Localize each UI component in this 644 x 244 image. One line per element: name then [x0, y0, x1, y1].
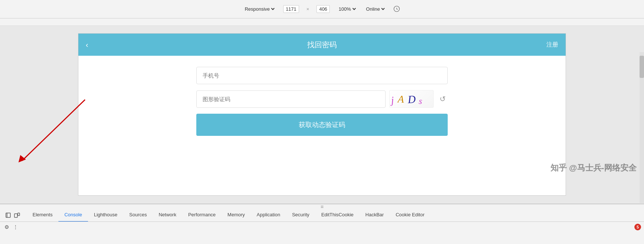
- svg-text:j: j: [390, 94, 394, 106]
- tab-sources[interactable]: Sources: [123, 209, 153, 222]
- captcha-input[interactable]: [196, 90, 386, 108]
- tab-memory[interactable]: Memory: [221, 209, 251, 222]
- phone-input[interactable]: [196, 67, 448, 84]
- tab-network[interactable]: Network: [153, 209, 182, 222]
- svg-line-2: [397, 9, 397, 10]
- tab-cookie-editor[interactable]: Cookie Editor: [390, 209, 430, 222]
- get-code-button[interactable]: 获取动态验证码: [196, 114, 448, 136]
- zoom-dropdown[interactable]: 100%: [337, 6, 357, 12]
- svg-line-7: [22, 100, 85, 161]
- width-value: 1171: [286, 6, 296, 12]
- inspect-element-icon[interactable]: [4, 212, 12, 219]
- throttle-icon[interactable]: [393, 6, 401, 13]
- ruler-bar: [0, 18, 644, 26]
- captcha-refresh-button[interactable]: ↺: [437, 94, 448, 104]
- tab-elements[interactable]: Elements: [27, 209, 58, 222]
- svg-text:A: A: [397, 93, 404, 105]
- scrollbar[interactable]: [640, 52, 644, 203]
- devtools-more-icon[interactable]: ⋮: [12, 223, 19, 231]
- tab-application[interactable]: Application: [251, 209, 286, 222]
- tab-console[interactable]: Console: [58, 209, 88, 222]
- tab-performance[interactable]: Performance: [182, 209, 221, 222]
- zoom-selector[interactable]: 100%: [337, 6, 357, 12]
- online-selector[interactable]: Online: [365, 6, 386, 12]
- svg-text:s: s: [418, 96, 423, 106]
- height-input-box[interactable]: 406: [316, 5, 330, 13]
- error-count-badge: 5: [634, 224, 641, 230]
- svg-rect-9: [6, 213, 10, 217]
- page-title: 找回密码: [307, 40, 337, 50]
- devtools-tabs: Elements Console Lighthouse Sources Netw…: [0, 209, 644, 222]
- tab-editthiscookie[interactable]: EditThisCookie: [315, 209, 359, 222]
- devtools-topbar: Responsive 1171 × 406 100% Online: [0, 0, 644, 18]
- scrollbar-thumb[interactable]: [640, 56, 644, 78]
- app-header: ‹ 找回密码 注册: [78, 34, 566, 56]
- captcha-image: j A D s: [389, 90, 434, 108]
- devtools-settings-icon[interactable]: ⚙: [3, 223, 10, 231]
- tab-security[interactable]: Security: [286, 209, 315, 222]
- tab-lighthouse[interactable]: Lighthouse: [88, 209, 123, 222]
- responsive-dropdown[interactable]: Responsive: [243, 6, 276, 12]
- svg-text:D: D: [407, 93, 416, 106]
- devtools-panel: Elements Console Lighthouse Sources Netw…: [0, 203, 644, 244]
- svg-rect-11: [14, 214, 17, 217]
- main-preview: ‹ 找回密码 注册 j A D s: [0, 26, 644, 203]
- dimension-separator: ×: [306, 6, 309, 12]
- responsive-selector[interactable]: Responsive: [243, 6, 276, 12]
- height-value: 406: [319, 6, 327, 12]
- devtools-icon-group: [1, 212, 24, 219]
- app-body: j A D s ↺ 获取动态验证码: [78, 56, 566, 147]
- devtools-drag-handle[interactable]: [0, 204, 644, 209]
- back-button[interactable]: ‹: [86, 41, 88, 49]
- tab-hackbar[interactable]: HackBar: [359, 209, 390, 222]
- svg-marker-8: [18, 155, 26, 162]
- register-button[interactable]: 注册: [546, 41, 558, 49]
- width-input-box[interactable]: 1171: [283, 5, 299, 13]
- svg-rect-12: [18, 213, 20, 216]
- devtools-status-bar: ⚙ ⋮ 5: [0, 222, 644, 232]
- app-frame: ‹ 找回密码 注册 j A D s: [78, 33, 566, 196]
- captcha-row: j A D s ↺: [196, 90, 448, 108]
- captcha-svg: j A D s: [390, 90, 433, 108]
- device-toggle-icon[interactable]: [13, 212, 21, 219]
- online-dropdown[interactable]: Online: [365, 6, 386, 12]
